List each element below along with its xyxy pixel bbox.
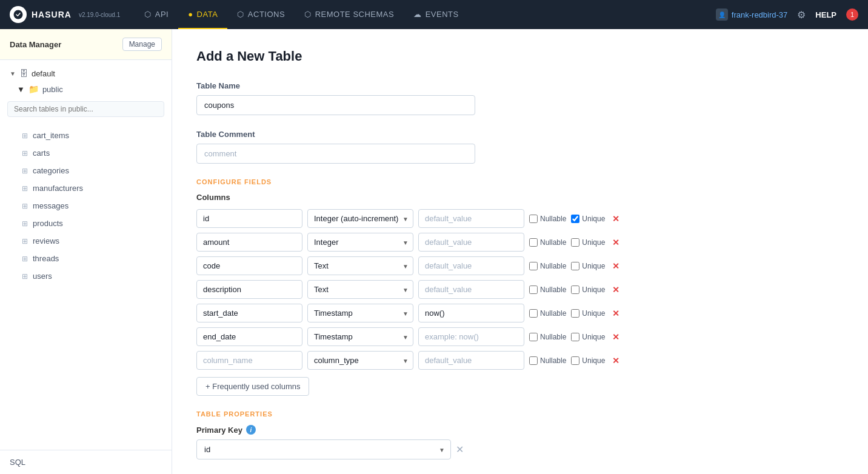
sidebar-item-cart_items[interactable]: ⊞ cart_items	[0, 127, 172, 144]
table-name-cart_items: cart_items	[33, 131, 69, 140]
remove-col-end_date[interactable]: ✕	[610, 332, 622, 342]
manage-button[interactable]: Manage	[122, 38, 162, 51]
unique-checkbox-description[interactable]	[571, 285, 579, 294]
nullable-label: Nullable	[540, 238, 566, 247]
table-icon: ⊞	[22, 202, 28, 210]
col-type-amount[interactable]: Integer (auto-increment) Integer Text Ti…	[307, 233, 413, 252]
col-default-new[interactable]	[418, 351, 524, 370]
remove-col-code[interactable]: ✕	[610, 261, 622, 271]
table-row: Integer (auto-increment) Integer Text Ti…	[196, 280, 844, 299]
remove-col-new[interactable]: ✕	[610, 356, 622, 366]
col-name-end_date[interactable]	[196, 327, 302, 346]
table-row: Integer (auto-increment) Integer Text Ti…	[196, 256, 844, 275]
col-default-start_date[interactable]	[418, 304, 524, 322]
col-type-new[interactable]: column_type Integer (auto-increment) Int…	[307, 351, 413, 370]
db-item-default[interactable]: ▼ 🗄 default	[0, 65, 172, 82]
frequently-used-columns-button[interactable]: + Frequently used columns	[196, 377, 309, 396]
nav-remote-schemas-label: REMOTE SCHEMAS	[315, 10, 395, 19]
col-name-amount[interactable]	[196, 233, 302, 252]
unique-checkbox-code[interactable]	[571, 262, 579, 270]
col-name-start_date[interactable]	[196, 304, 302, 322]
nullable-checkbox-new[interactable]	[529, 356, 538, 365]
col-type-id[interactable]: Integer (auto-increment) Integer Text Ti…	[307, 209, 413, 228]
sidebar-sql[interactable]: SQL	[0, 450, 172, 474]
col-type-description[interactable]: Integer (auto-increment) Integer Text Ti…	[307, 280, 413, 299]
search-input[interactable]	[7, 101, 164, 117]
unique-checkbox-end_date[interactable]	[571, 333, 579, 341]
columns-grid: Integer (auto-increment) Integer Text Ti…	[196, 209, 844, 370]
columns-label: Columns	[196, 193, 844, 202]
col-name-new[interactable]	[196, 351, 302, 370]
db-section: ▼ 🗄 default ▼ 📁 public	[0, 60, 172, 127]
table-comment-section: Table Comment	[196, 130, 844, 164]
nav-data[interactable]: ● DATA	[178, 0, 227, 29]
remove-col-amount[interactable]: ✕	[610, 238, 622, 247]
table-icon: ⊞	[22, 184, 28, 193]
settings-icon[interactable]: ⚙	[797, 9, 806, 21]
unique-checkbox-start_date[interactable]	[571, 309, 579, 318]
table-icon: ⊞	[22, 272, 28, 281]
sidebar-item-categories[interactable]: ⊞ categories	[0, 162, 172, 179]
unique-group-amount: Unique	[571, 238, 605, 247]
sidebar-item-carts[interactable]: ⊞ carts	[0, 144, 172, 162]
info-icon[interactable]: i	[246, 425, 256, 435]
col-default-end_date[interactable]	[418, 327, 524, 346]
sidebar-item-users[interactable]: ⊞ users	[0, 267, 172, 285]
col-name-code[interactable]	[196, 256, 302, 275]
nav-api[interactable]: ⬡ API	[135, 0, 178, 29]
table-name-label: Table Name	[196, 81, 844, 90]
nullable-checkbox-id[interactable]	[529, 215, 538, 223]
col-name-id[interactable]	[196, 209, 302, 228]
nullable-checkbox-amount[interactable]	[529, 238, 538, 247]
primary-key-select[interactable]: id amount code description start_date en…	[196, 439, 451, 459]
remove-col-start_date[interactable]: ✕	[610, 309, 622, 318]
table-comment-input[interactable]	[196, 144, 475, 164]
user-badge[interactable]: 👤 frank-redbird-37	[716, 8, 788, 21]
table-name-section: Table Name	[196, 81, 844, 115]
col-type-wrapper-amount: Integer (auto-increment) Integer Text Ti…	[307, 233, 413, 252]
nav-events[interactable]: ☁ EVENTS	[404, 0, 469, 29]
nullable-checkbox-start_date[interactable]	[529, 309, 538, 318]
table-row: Integer (auto-increment) Integer Text Ti…	[196, 327, 844, 346]
schema-icon: 📁	[28, 84, 39, 94]
nullable-group-id: Nullable	[529, 215, 566, 223]
sidebar-item-products[interactable]: ⊞ products	[0, 215, 172, 232]
col-type-start_date[interactable]: Integer (auto-increment) Integer Text Ti…	[307, 304, 413, 322]
nav-actions[interactable]: ⬡ ACTIONS	[227, 0, 295, 29]
unique-checkbox-new[interactable]	[571, 356, 579, 365]
remove-col-description[interactable]: ✕	[610, 285, 622, 295]
unique-group-start_date: Unique	[571, 309, 605, 318]
schema-item-public[interactable]: ▼ 📁 public	[0, 82, 172, 96]
col-default-description[interactable]	[418, 280, 524, 299]
table-name-input[interactable]	[196, 95, 475, 115]
help-link[interactable]: HELP	[815, 10, 836, 19]
col-type-code[interactable]: Integer (auto-increment) Integer Text Ti…	[307, 256, 413, 275]
nav-remote-schemas[interactable]: ⬡ REMOTE SCHEMAS	[295, 0, 404, 29]
col-name-description[interactable]	[196, 280, 302, 299]
nullable-checkbox-description[interactable]	[529, 285, 538, 294]
sidebar-item-manufacturers[interactable]: ⊞ manufacturers	[0, 179, 172, 197]
col-default-id[interactable]	[418, 209, 524, 228]
nav-actions-label: ACTIONS	[248, 10, 285, 19]
sidebar-item-threads[interactable]: ⊞ threads	[0, 250, 172, 267]
unique-checkbox-id[interactable]	[571, 215, 579, 223]
unique-checkbox-amount[interactable]	[571, 238, 579, 247]
remove-col-id[interactable]: ✕	[610, 214, 622, 224]
primary-key-clear-icon[interactable]: ✕	[456, 444, 464, 455]
nullable-checkbox-code[interactable]	[529, 262, 538, 270]
sidebar-item-reviews[interactable]: ⊞ reviews	[0, 232, 172, 250]
col-type-wrapper-start_date: Integer (auto-increment) Integer Text Ti…	[307, 304, 413, 322]
api-icon: ⬡	[144, 10, 152, 19]
notifications-badge[interactable]: 1	[846, 8, 858, 21]
col-type-wrapper-description: Integer (auto-increment) Integer Text Ti…	[307, 280, 413, 299]
db-name: default	[32, 69, 55, 78]
schema-chevron-icon: ▼	[17, 85, 25, 94]
primary-key-row: id amount code description start_date en…	[196, 439, 844, 459]
col-default-amount[interactable]	[418, 233, 524, 252]
sidebar-item-messages[interactable]: ⊞ messages	[0, 197, 172, 215]
nullable-checkbox-end_date[interactable]	[529, 333, 538, 341]
col-type-end_date[interactable]: Integer (auto-increment) Integer Text Ti…	[307, 327, 413, 346]
col-type-wrapper-id: Integer (auto-increment) Integer Text Ti…	[307, 209, 413, 228]
unique-group-description: Unique	[571, 285, 605, 294]
col-default-code[interactable]	[418, 256, 524, 275]
